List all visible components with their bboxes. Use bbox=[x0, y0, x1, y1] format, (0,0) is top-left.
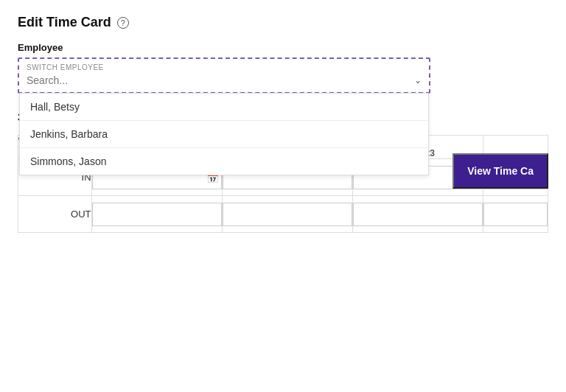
mon-out-input[interactable] bbox=[92, 203, 222, 226]
table-row-out: OUT bbox=[18, 196, 548, 233]
list-item[interactable]: Jenkins, Barbara bbox=[20, 121, 428, 148]
tue-out-cell bbox=[222, 196, 352, 233]
mon-out-cell bbox=[91, 196, 222, 233]
search-input-row: ⌄ bbox=[19, 71, 429, 92]
employee-label: Employee bbox=[18, 42, 548, 53]
employee-section: Employee SWITCH EMPLOYEE ⌄ Hall, Betsy J… bbox=[18, 42, 548, 94]
view-time-card-button[interactable]: View Time Ca bbox=[453, 153, 548, 189]
page-title-row: Edit Time Card ? bbox=[18, 15, 548, 30]
list-item[interactable]: Hall, Betsy bbox=[20, 94, 428, 121]
wed-out-input[interactable] bbox=[353, 203, 483, 226]
tue-out-input[interactable] bbox=[223, 203, 352, 226]
help-icon[interactable]: ? bbox=[117, 17, 129, 29]
extra-out-cell bbox=[483, 196, 548, 233]
extra-out-input[interactable] bbox=[483, 203, 548, 226]
page-title: Edit Time Card bbox=[18, 15, 111, 30]
out-label: OUT bbox=[18, 196, 92, 233]
search-input[interactable] bbox=[27, 74, 414, 86]
chevron-down-icon[interactable]: ⌄ bbox=[414, 75, 422, 85]
employee-dropdown-wrapper: SWITCH EMPLOYEE ⌄ Hall, Betsy Jenkins, B… bbox=[18, 57, 430, 94]
wed-out-cell bbox=[352, 196, 483, 233]
list-item[interactable]: Simmons, Jason bbox=[20, 148, 428, 175]
page-container: Edit Time Card ? Employee SWITCH EMPLOYE… bbox=[0, 0, 566, 248]
employee-dropdown-list: Hall, Betsy Jenkins, Barbara Simmons, Ja… bbox=[19, 93, 429, 175]
switch-employee-label: SWITCH EMPLOYEE bbox=[19, 59, 429, 71]
